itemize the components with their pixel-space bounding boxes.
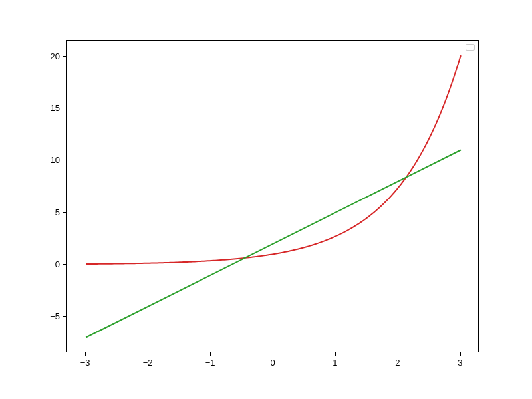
- x-tick-label: −3: [80, 358, 90, 368]
- series-exponential: [86, 55, 461, 264]
- x-tick-label: −1: [205, 358, 215, 368]
- x-tick-label: 2: [395, 358, 400, 368]
- x-tick-label: 3: [458, 358, 462, 368]
- x-tick-label: 1: [332, 358, 337, 368]
- y-tick-label: 5: [55, 207, 60, 217]
- plot-container: −3−2−10123 −505101520: [66, 40, 479, 352]
- plot-area: [66, 40, 479, 352]
- series-linear: [86, 150, 461, 338]
- x-tick-label: −2: [143, 358, 153, 368]
- y-tick-label: 15: [51, 102, 60, 112]
- y-tick-label: 20: [51, 51, 60, 61]
- x-tick-label: 0: [270, 358, 275, 368]
- y-tick-label: 0: [55, 259, 60, 269]
- y-tick-label: 10: [51, 155, 60, 165]
- y-tick-label: −5: [50, 311, 60, 321]
- legend-box: [466, 44, 475, 51]
- chart-svg: [67, 41, 479, 353]
